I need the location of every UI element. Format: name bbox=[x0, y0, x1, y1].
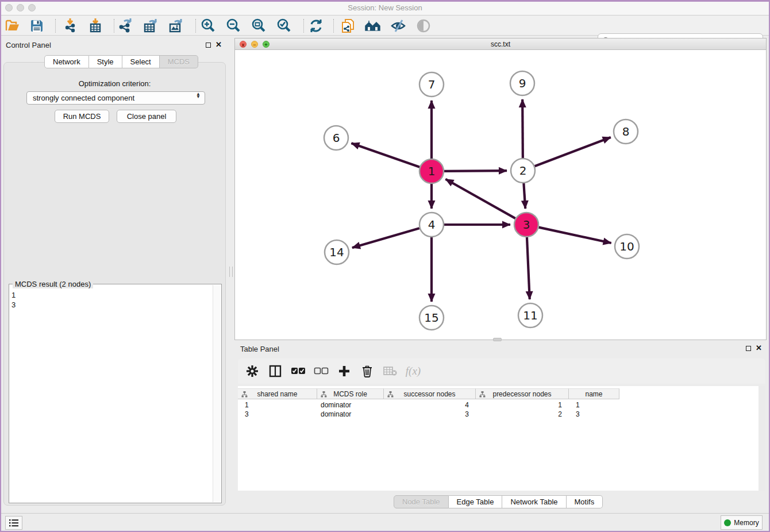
graph-node-3[interactable]: 3 bbox=[514, 213, 538, 237]
clone-network-icon[interactable] bbox=[339, 18, 356, 34]
graph-edge-3-1[interactable] bbox=[445, 179, 515, 218]
fx-label: f(x) bbox=[406, 365, 421, 377]
graph-node-4[interactable]: 4 bbox=[419, 213, 444, 237]
node-table: shared name MCDS role successor nodes pr… bbox=[238, 386, 765, 491]
export-network-icon[interactable] bbox=[117, 18, 134, 34]
mcds-result-text[interactable]: 1 3 bbox=[11, 290, 212, 502]
table-mode-gear-icon[interactable] bbox=[245, 364, 260, 379]
graph-edge-3-11[interactable] bbox=[527, 237, 530, 299]
graph-node-9[interactable]: 9 bbox=[510, 71, 534, 95]
function-builder-icon: f(x) bbox=[406, 364, 421, 379]
horizontal-splitter[interactable] bbox=[493, 338, 502, 341]
column-label: MCDS role bbox=[333, 390, 367, 398]
cell-predecessor-nodes: 1 bbox=[476, 400, 569, 410]
result-scrollbar[interactable] bbox=[213, 285, 221, 502]
import-table-icon[interactable] bbox=[87, 18, 104, 34]
graph-node-7[interactable]: 7 bbox=[419, 72, 444, 97]
apply-layout-icon[interactable] bbox=[307, 18, 325, 34]
graph-edge-1-2[interactable] bbox=[444, 171, 507, 171]
graph-node-label: 3 bbox=[523, 218, 530, 232]
graph-edge-2-8[interactable] bbox=[535, 137, 611, 166]
optimization-criterion-select[interactable]: strongly connected component ▲▼ bbox=[26, 91, 205, 105]
first-neighbors-icon[interactable] bbox=[364, 18, 382, 34]
network-window-title: scc.txt bbox=[235, 40, 766, 48]
table-row[interactable]: 1 dominator 4 1 1 bbox=[238, 400, 619, 410]
import-network-icon[interactable] bbox=[61, 18, 79, 34]
export-table-icon[interactable] bbox=[142, 18, 159, 34]
graph-node-15[interactable]: 15 bbox=[419, 306, 444, 330]
table-scrollbar[interactable] bbox=[759, 386, 765, 491]
column-header-predecessor-nodes[interactable]: predecessor nodes bbox=[476, 388, 569, 399]
column-header-mcds-role[interactable]: MCDS role bbox=[317, 388, 384, 399]
delete-columns-icon[interactable] bbox=[360, 364, 375, 379]
show-hide-columns-icon[interactable] bbox=[268, 364, 283, 379]
control-panel-window-buttons: ✕ bbox=[206, 42, 222, 48]
cell-mcds-role: dominator bbox=[317, 410, 384, 419]
tab-mcds[interactable]: MCDS bbox=[160, 55, 198, 68]
network-view-window: x − + scc.txt 7968124314101511 bbox=[234, 38, 767, 340]
float-panel-icon[interactable] bbox=[206, 43, 211, 48]
column-label: successor nodes bbox=[403, 390, 455, 398]
graph-node-8[interactable]: 8 bbox=[614, 119, 638, 144]
task-history-button[interactable] bbox=[5, 516, 22, 530]
cell-predecessor-nodes: 2 bbox=[476, 410, 569, 419]
tab-style[interactable]: Style bbox=[89, 55, 122, 68]
zoom-out-icon[interactable] bbox=[225, 18, 242, 34]
chevron-up-down-icon: ▲▼ bbox=[196, 92, 201, 98]
column-header-name[interactable]: name bbox=[569, 388, 619, 399]
table-panel-window-buttons: ✕ bbox=[746, 345, 762, 351]
table-panel-tabs: Node Table Edge Table Network Table Moti… bbox=[394, 495, 603, 508]
graph-node-10[interactable]: 10 bbox=[615, 234, 639, 259]
close-panel-icon[interactable]: ✕ bbox=[215, 42, 222, 48]
optimization-criterion-label: Optimization criterion: bbox=[4, 79, 225, 88]
float-table-panel-icon[interactable] bbox=[746, 346, 751, 351]
network-window-titlebar[interactable]: x − + scc.txt bbox=[235, 38, 766, 50]
network-graph[interactable]: 7968124314101511 bbox=[235, 50, 766, 340]
column-header-successor-nodes[interactable]: successor nodes bbox=[384, 388, 476, 399]
graph-node-label: 6 bbox=[333, 131, 340, 145]
graph-node-6[interactable]: 6 bbox=[324, 126, 348, 150]
graph-node-2[interactable]: 2 bbox=[511, 159, 535, 183]
graph-node-label: 2 bbox=[519, 164, 527, 178]
hide-selected-icon[interactable] bbox=[390, 18, 407, 34]
toolbar-separator bbox=[55, 19, 56, 33]
open-session-icon[interactable] bbox=[4, 18, 21, 34]
graph-edge-3-10[interactable] bbox=[538, 228, 611, 243]
cell-mcds-role: dominator bbox=[317, 400, 384, 410]
export-image-icon[interactable] bbox=[167, 18, 184, 34]
tab-node-table[interactable]: Node Table bbox=[394, 495, 449, 508]
mcds-result-box: MCDS result (2 nodes) 1 3 bbox=[9, 284, 222, 503]
graph-node-14[interactable]: 14 bbox=[325, 240, 349, 264]
create-column-icon[interactable] bbox=[337, 364, 352, 379]
tab-edge-table[interactable]: Edge Table bbox=[449, 495, 503, 508]
zoom-in-icon[interactable] bbox=[199, 18, 217, 34]
close-panel-button[interactable]: Close panel bbox=[117, 110, 176, 123]
cell-shared-name: 3 bbox=[238, 410, 317, 419]
main-toolbar bbox=[0, 16, 770, 36]
graph-node-11[interactable]: 11 bbox=[518, 303, 542, 327]
save-session-icon[interactable] bbox=[28, 18, 45, 34]
tab-motifs[interactable]: Motifs bbox=[567, 495, 603, 508]
graph-node-1[interactable]: 1 bbox=[419, 159, 444, 183]
tab-network-table[interactable]: Network Table bbox=[502, 495, 566, 508]
zoom-selected-icon[interactable] bbox=[275, 18, 292, 34]
graph-node-label: 8 bbox=[622, 125, 630, 138]
unselect-all-icon[interactable] bbox=[314, 364, 329, 379]
run-mcds-button[interactable]: Run MCDS bbox=[55, 110, 109, 123]
graph-edge-2-9[interactable] bbox=[522, 99, 523, 158]
memory-button[interactable]: Memory bbox=[721, 515, 763, 530]
table-row[interactable]: 3 dominator 3 2 3 bbox=[238, 410, 619, 419]
tab-network[interactable]: Network bbox=[44, 55, 89, 68]
toolbar-separator bbox=[333, 19, 334, 33]
zoom-fit-icon[interactable] bbox=[250, 18, 267, 34]
tab-select[interactable]: Select bbox=[122, 55, 160, 68]
table-toolbar: f(x) bbox=[238, 358, 765, 384]
close-table-panel-icon[interactable]: ✕ bbox=[756, 345, 762, 351]
graph-edge-1-6[interactable] bbox=[351, 143, 419, 167]
toolbar-separator bbox=[303, 19, 304, 33]
vertical-splitter[interactable] bbox=[229, 267, 233, 277]
graph-edge-4-14[interactable] bbox=[352, 228, 419, 248]
graph-edge-2-3[interactable] bbox=[523, 183, 525, 209]
column-header-shared-name[interactable]: shared name bbox=[238, 388, 317, 399]
select-all-icon[interactable] bbox=[291, 364, 306, 379]
